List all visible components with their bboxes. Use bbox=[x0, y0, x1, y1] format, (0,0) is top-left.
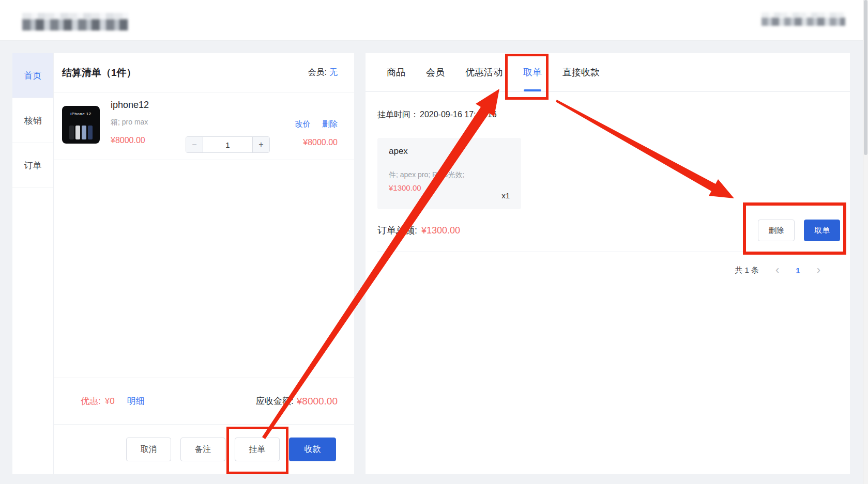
pagination-total: 共 1 条 bbox=[735, 266, 759, 275]
checkout-button[interactable]: 收款 bbox=[289, 438, 336, 461]
checkout-panel: 首页 核销 订单 结算清单（1件） 会员:无 iPhone 12 iphone1… bbox=[12, 53, 354, 474]
pagination-page-1[interactable]: 1 bbox=[796, 266, 800, 275]
scrollbar[interactable] bbox=[863, 0, 868, 484]
delete-item-link[interactable]: 删除 bbox=[322, 119, 338, 128]
member-value-link[interactable]: 无 bbox=[329, 68, 338, 76]
pagination: 共 1 条 ‹ 1 › bbox=[377, 264, 840, 276]
cart-title: 结算清单（1件） bbox=[62, 66, 136, 80]
active-tab-underline bbox=[524, 89, 541, 91]
pos-app: 首页 核销 订单 结算清单（1件） 会员:无 iPhone 12 iphone1… bbox=[0, 0, 868, 484]
discount-detail-link[interactable]: 明细 bbox=[127, 395, 145, 407]
cart-item: iPhone 12 iphone12 箱; pro max ¥8000.00 −… bbox=[54, 92, 354, 160]
due-value: ¥8000.00 bbox=[297, 396, 338, 407]
cart-actions: 取消 备注 挂单 收款 bbox=[54, 425, 354, 474]
note-button[interactable]: 备注 bbox=[180, 438, 225, 461]
blurred-account-menu[interactable] bbox=[762, 12, 845, 27]
topbar bbox=[0, 0, 868, 41]
order-total-label: 订单总额: bbox=[377, 224, 417, 237]
product-image-caption: iPhone 12 bbox=[62, 112, 100, 116]
quantity-stepper: − + bbox=[186, 136, 270, 153]
product-spec: 箱; pro max bbox=[111, 118, 148, 127]
order-total-value: ¥1300.00 bbox=[421, 225, 460, 236]
pagination-prev-icon[interactable]: ‹ bbox=[775, 264, 779, 276]
item-links: 改价 删除 bbox=[286, 119, 338, 129]
member-info: 会员:无 bbox=[308, 67, 338, 78]
tab-products[interactable]: 商品 bbox=[387, 53, 405, 91]
tab-label: 取单 bbox=[523, 66, 542, 79]
tab-members[interactable]: 会员 bbox=[426, 53, 445, 91]
product-name: iphone12 bbox=[111, 100, 149, 111]
hold-order-button[interactable]: 挂单 bbox=[235, 438, 280, 461]
tab-direct-payment[interactable]: 直接收款 bbox=[562, 53, 600, 91]
product-image: iPhone 12 bbox=[62, 106, 100, 144]
order-total-row: 订单总额: ¥1300.00 删除 取单 bbox=[377, 209, 840, 252]
tab-label: 优惠活动 bbox=[465, 66, 502, 79]
hold-time: 挂单时间：2020-09-16 17:45:16 bbox=[377, 110, 840, 120]
cancel-button[interactable]: 取消 bbox=[126, 438, 171, 461]
product-price: ¥8000.00 bbox=[111, 136, 145, 145]
qty-decrease-button[interactable]: − bbox=[186, 137, 203, 152]
qty-input[interactable] bbox=[203, 137, 252, 152]
scrollbar-thumb[interactable] bbox=[864, 0, 867, 155]
iphone-graphic bbox=[62, 126, 100, 139]
tab-label: 会员 bbox=[426, 66, 445, 79]
discount-label: 优惠: bbox=[81, 395, 101, 407]
sidebar-item-verify[interactable]: 核销 bbox=[12, 98, 53, 143]
hold-time-label: 挂单时间： bbox=[377, 110, 419, 119]
discount-value: ¥0 bbox=[105, 396, 115, 407]
change-price-link[interactable]: 改价 bbox=[295, 119, 311, 128]
due-label: 应收金额: bbox=[256, 395, 294, 407]
member-label: 会员: bbox=[308, 68, 327, 76]
cart: 结算清单（1件） 会员:无 iPhone 12 iphone12 箱; pro … bbox=[54, 53, 354, 474]
tab-promotions[interactable]: 优惠活动 bbox=[465, 53, 502, 91]
held-orders-body: 挂单时间：2020-09-16 17:45:16 apex 件; apex pr… bbox=[366, 110, 850, 276]
qty-increase-button[interactable]: + bbox=[252, 137, 269, 152]
sidebar: 首页 核销 订单 bbox=[12, 53, 54, 474]
tab-retrieve-order[interactable]: 取单 bbox=[523, 53, 542, 91]
sidebar-item-orders[interactable]: 订单 bbox=[12, 143, 53, 188]
delete-held-order-button[interactable]: 删除 bbox=[758, 220, 795, 241]
orders-panel: 商品 会员 优惠活动 取单 直接收款 挂单时间：2020-09-16 17:45… bbox=[366, 53, 850, 474]
sidebar-item-home[interactable]: 首页 bbox=[12, 53, 53, 98]
held-order-qty: x1 bbox=[501, 191, 510, 200]
cart-empty-space bbox=[54, 160, 354, 378]
pagination-next-icon[interactable]: › bbox=[817, 264, 820, 276]
hold-time-value: 2020-09-16 17:45:16 bbox=[420, 110, 497, 119]
held-order-actions: 删除 取单 bbox=[758, 220, 840, 241]
held-order-card[interactable]: apex 件; apex pro; RGB光效; ¥1300.00 x1 bbox=[377, 138, 521, 209]
tab-label: 直接收款 bbox=[562, 66, 600, 79]
retrieve-order-button[interactable]: 取单 bbox=[804, 220, 840, 241]
item-line-total: ¥8000.00 bbox=[303, 138, 338, 147]
cart-header: 结算清单（1件） 会员:无 bbox=[54, 53, 354, 92]
tab-bar: 商品 会员 优惠活动 取单 直接收款 bbox=[366, 53, 850, 92]
cart-summary: 优惠: ¥0 明细 应收金额: ¥8000.00 bbox=[54, 378, 354, 425]
tab-label: 商品 bbox=[387, 66, 405, 79]
held-order-spec: 件; apex pro; RGB光效; bbox=[389, 170, 510, 180]
held-order-price: ¥1300.00 bbox=[389, 183, 510, 192]
held-order-name: apex bbox=[389, 146, 510, 157]
blurred-store-logo bbox=[22, 13, 128, 30]
